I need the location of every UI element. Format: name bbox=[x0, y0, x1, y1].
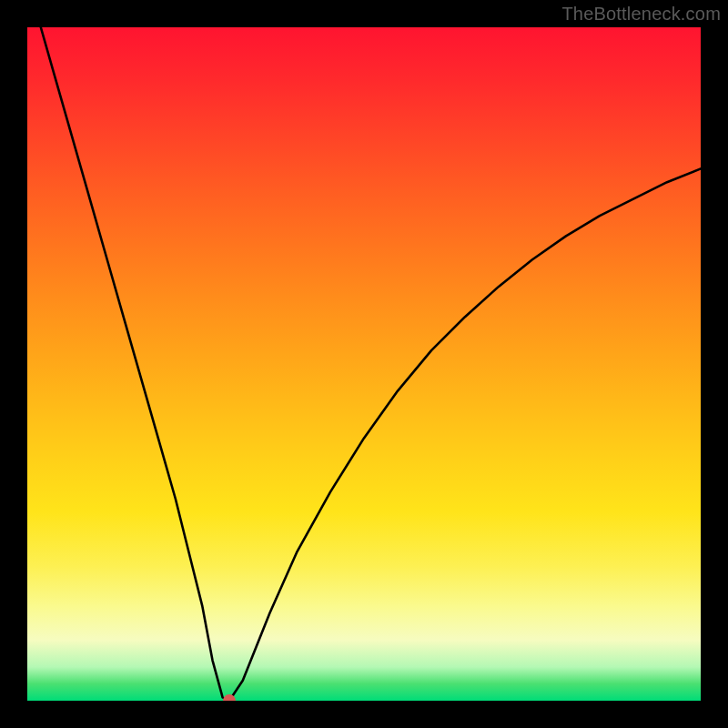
watermark-text: TheBottleneck.com bbox=[561, 4, 721, 25]
bottleneck-curve bbox=[27, 27, 701, 701]
plot-area bbox=[27, 27, 701, 701]
chart-frame: TheBottleneck.com bbox=[0, 0, 728, 728]
